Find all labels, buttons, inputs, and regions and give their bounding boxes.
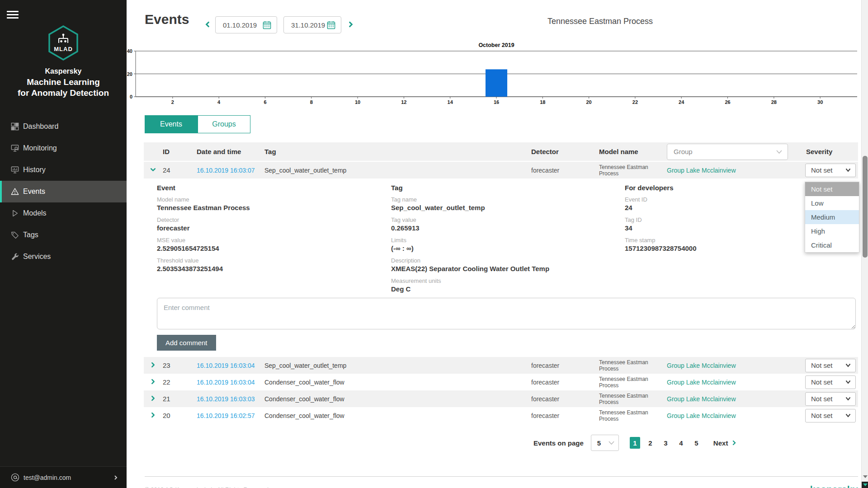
- severity-select[interactable]: Not set: [805, 409, 856, 422]
- sidebar-item-models[interactable]: Models: [0, 202, 127, 224]
- svg-text:8: 8: [310, 99, 313, 105]
- sidebar-item-label: History: [23, 166, 46, 174]
- event-group-link[interactable]: Group Lake Mcclainview: [667, 362, 736, 369]
- page-button-3[interactable]: 3: [660, 437, 671, 449]
- tab-groups[interactable]: Groups: [198, 115, 250, 133]
- group-filter-placeholder: Group: [674, 148, 693, 155]
- product-name: Machine Learning for Anomaly Detection: [0, 77, 127, 99]
- expand-chevron-icon[interactable]: [150, 167, 156, 173]
- comment-input[interactable]: [157, 298, 856, 329]
- event-model-cell: Tennessee Eastman Process: [599, 409, 667, 422]
- event-detector-cell: forecaster: [531, 362, 599, 369]
- scroll-corner-widget[interactable]: [862, 482, 868, 488]
- table-row[interactable]: 24 16.10.2019 16:03:07 Sep_cool_water_ou…: [144, 162, 858, 178]
- event-detail-panel: Event Model name Tennessee Eastman Proce…: [144, 178, 858, 357]
- sidebar-item-monitoring[interactable]: Monitoring: [0, 137, 127, 159]
- sidebar-item-events[interactable]: Events: [0, 181, 127, 202]
- severity-select[interactable]: Not set: [805, 392, 856, 406]
- monitoring-icon: [11, 144, 19, 152]
- expand-chevron-icon[interactable]: [150, 395, 156, 401]
- date-from-value: 01.10.2019: [223, 21, 257, 29]
- event-model-cell: Tennessee Eastman Process: [599, 164, 667, 177]
- services-icon: [11, 253, 19, 261]
- severity-select[interactable]: Not set: [805, 375, 856, 389]
- dashboard-icon: [11, 122, 19, 131]
- expand-chevron-icon[interactable]: [150, 362, 156, 368]
- chevron-down-icon: [776, 150, 782, 154]
- previous-period-button[interactable]: [204, 21, 211, 28]
- group-filter-select[interactable]: Group: [667, 144, 788, 160]
- page-button-4[interactable]: 4: [676, 437, 686, 449]
- table-header-row: ID Date and time Tag Detector Model name…: [144, 142, 858, 162]
- severity-select[interactable]: Not set: [805, 359, 856, 372]
- scrollbar-thumb[interactable]: [863, 156, 868, 258]
- chevron-down-icon: [845, 397, 851, 401]
- event-datetime-link[interactable]: 16.10.2019 16:03:04: [197, 379, 255, 386]
- scrollbar[interactable]: [861, 0, 868, 488]
- chevron-right-icon[interactable]: [731, 440, 737, 446]
- date-from-input[interactable]: 01.10.2019: [215, 16, 277, 33]
- date-to-input[interactable]: 31.10.2019: [283, 16, 341, 33]
- event-tag-cell: Sep_cool_water_outlet_temp: [264, 167, 531, 174]
- column-header-severity: Severity: [802, 148, 858, 155]
- main-content: Events 01.10.2019 31.10.2019: [127, 0, 868, 488]
- event-group-link[interactable]: Group Lake Mcclainview: [667, 395, 736, 403]
- next-period-button[interactable]: [348, 21, 354, 28]
- add-comment-button[interactable]: Add comment: [157, 335, 216, 351]
- svg-text:2: 2: [171, 99, 174, 105]
- page-button-5[interactable]: 5: [691, 437, 702, 449]
- severity-option-critical[interactable]: Critical: [805, 238, 859, 252]
- severity-option-high[interactable]: High: [805, 224, 859, 238]
- severity-select-value: Not set: [811, 412, 833, 419]
- user-account-button[interactable]: test@admin.com: [0, 466, 127, 488]
- event-id-cell: 24: [163, 166, 197, 174]
- next-page-button[interactable]: Next: [713, 439, 728, 447]
- event-datetime-link[interactable]: 16.10.2019 16:03:07: [197, 167, 255, 174]
- event-group-link[interactable]: Group Lake Mcclainview: [667, 379, 736, 386]
- table-row[interactable]: 23 16.10.2019 16:03:04 Sep_cool_water_ou…: [144, 357, 858, 374]
- chevron-down-icon: [845, 168, 851, 172]
- page-button-2[interactable]: 2: [645, 437, 656, 449]
- scroll-down-arrow-icon[interactable]: [863, 475, 868, 478]
- detail-section-event: Event Model name Tennessee Eastman Proce…: [157, 182, 391, 293]
- svg-text:12: 12: [401, 99, 406, 105]
- table-row[interactable]: 21 16.10.2019 16:03:03 Condenser_cool_wa…: [144, 390, 858, 407]
- severity-option-medium[interactable]: Medium: [805, 210, 859, 224]
- severity-select-value: Not set: [811, 378, 833, 386]
- page-footer: © 2019 AO Kaspersky Lab. All Rights Rese…: [145, 476, 858, 488]
- event-group-link[interactable]: Group Lake Mcclainview: [667, 412, 736, 419]
- event-model-cell: Tennessee Eastman Process: [599, 393, 667, 405]
- sidebar-item-tags[interactable]: Tags: [0, 224, 127, 246]
- severity-select[interactable]: Not set: [805, 164, 856, 177]
- expand-chevron-icon[interactable]: [150, 412, 156, 418]
- event-datetime-link[interactable]: 16.10.2019 16:03:03: [197, 395, 255, 403]
- app-logo: MLAD Kaspersky Machine Learning for Anom…: [0, 25, 127, 99]
- event-detector-cell: forecaster: [531, 167, 599, 174]
- svg-text:6: 6: [264, 99, 266, 105]
- table-row[interactable]: 20 16.10.2019 16:02:57 Condenser_cool_wa…: [144, 407, 858, 424]
- sidebar: MLAD Kaspersky Machine Learning for Anom…: [0, 0, 127, 488]
- severity-option-not-set[interactable]: Not set: [805, 182, 859, 196]
- event-datetime-link[interactable]: 16.10.2019 16:03:04: [197, 362, 255, 369]
- event-detector-cell: forecaster: [531, 395, 599, 403]
- severity-option-low[interactable]: Low: [805, 196, 859, 210]
- menu-icon[interactable]: [7, 9, 19, 20]
- sidebar-item-history[interactable]: History: [0, 159, 127, 181]
- event-datetime-link[interactable]: 16.10.2019 16:02:57: [197, 412, 255, 419]
- expand-chevron-icon[interactable]: [150, 379, 156, 385]
- events-histogram-chart[interactable]: 0204024681012141618202224262830October 2…: [127, 42, 868, 106]
- chevron-down-icon: [845, 413, 851, 418]
- tab-events[interactable]: Events: [145, 115, 198, 133]
- event-group-link[interactable]: Group Lake Mcclainview: [667, 167, 736, 174]
- event-tag-cell: Condenser_cool_water_flow: [264, 395, 531, 403]
- svg-text:16: 16: [494, 99, 499, 105]
- pagination: Events on page 5 12345 Next: [533, 435, 868, 451]
- view-tabs: Events Groups: [145, 115, 868, 133]
- page-button-1[interactable]: 1: [630, 437, 640, 449]
- date-to-value: 31.10.2019: [291, 21, 325, 29]
- page-size-select[interactable]: 5: [591, 435, 619, 451]
- table-row[interactable]: 22 16.10.2019 16:03:04 Condenser_cool_wa…: [144, 374, 858, 390]
- sidebar-item-services[interactable]: Services: [0, 246, 127, 267]
- severity-select-value: Not set: [811, 361, 833, 369]
- sidebar-item-dashboard[interactable]: Dashboard: [0, 116, 127, 137]
